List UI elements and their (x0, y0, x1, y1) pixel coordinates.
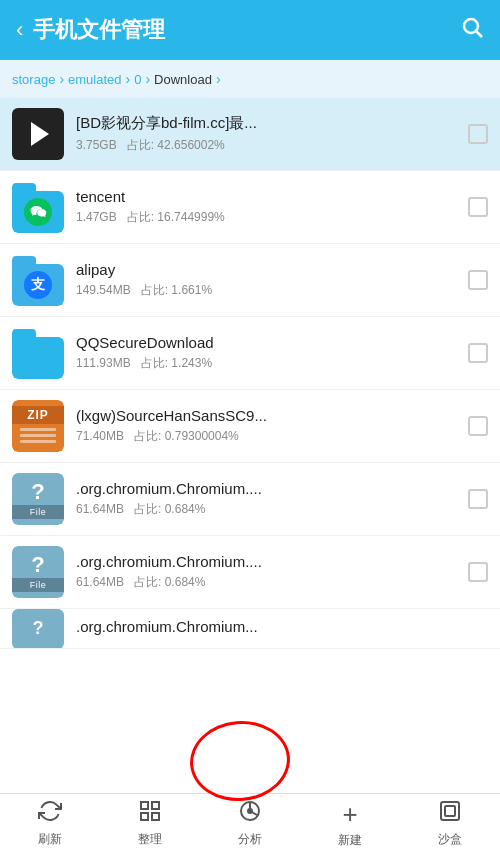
back-button[interactable]: ‹ (16, 17, 23, 43)
file-info: .org.chromium.Chromium... (76, 618, 488, 639)
file-checkbox[interactable] (468, 562, 488, 582)
list-item[interactable]: QQSecureDownload 111.93MB 占比: 1.243% (0, 317, 500, 390)
file-icon-generic: ? (12, 609, 64, 649)
nav-sandbox[interactable]: 沙盒 (400, 794, 500, 853)
list-item[interactable]: ZIP (lxgw)SourceHanSansSC9... 71.40MB 占比… (0, 390, 500, 463)
file-meta: 71.40MB 占比: 0.79300004% (76, 428, 458, 445)
file-name: .org.chromium.Chromium.... (76, 553, 458, 570)
file-checkbox[interactable] (468, 124, 488, 144)
file-checkbox[interactable] (468, 416, 488, 436)
svg-rect-5 (152, 813, 159, 820)
list-item[interactable]: tencent 1.47GB 占比: 16.744999% (0, 171, 500, 244)
svg-rect-8 (441, 802, 459, 820)
bottom-nav: 刷新 整理 分析 + 新建 (0, 793, 500, 853)
nav-new[interactable]: + 新建 (300, 794, 400, 853)
file-icon-folder: 支 (12, 254, 64, 306)
file-meta: 111.93MB 占比: 1.243% (76, 355, 458, 372)
file-name: (lxgw)SourceHanSansSC9... (76, 407, 458, 424)
nav-sandbox-label: 沙盒 (438, 831, 462, 848)
refresh-icon (38, 799, 62, 829)
file-meta: 149.54MB 占比: 1.661% (76, 282, 458, 299)
file-name: tencent (76, 188, 458, 205)
nav-analyze[interactable]: 分析 (200, 794, 300, 853)
list-item[interactable]: ? File .org.chromium.Chromium.... 61.64M… (0, 536, 500, 609)
file-checkbox[interactable] (468, 270, 488, 290)
file-icon-zip: ZIP (12, 400, 64, 452)
file-info: alipay 149.54MB 占比: 1.661% (76, 261, 458, 299)
breadcrumb-0[interactable]: 0 (134, 72, 141, 87)
file-icon-folder (12, 181, 64, 233)
file-name: alipay (76, 261, 458, 278)
breadcrumb: storage › emulated › 0 › Download › (0, 60, 500, 98)
file-meta: 61.64MB 占比: 0.684% (76, 574, 458, 591)
alipay-icon: 支 (24, 271, 52, 299)
page-title: 手机文件管理 (33, 15, 460, 45)
file-checkbox[interactable] (468, 343, 488, 363)
file-info: (lxgw)SourceHanSansSC9... 71.40MB 占比: 0.… (76, 407, 458, 445)
svg-point-7 (248, 809, 252, 813)
file-name: QQSecureDownload (76, 334, 458, 351)
file-list: [BD影视分享bd-film.cc]最... 3.75GB 占比: 42.656… (0, 98, 500, 793)
analyze-icon (238, 799, 262, 829)
new-icon: + (342, 799, 357, 830)
file-info: .org.chromium.Chromium.... 61.64MB 占比: 0… (76, 553, 458, 591)
file-icon-generic: ? File (12, 473, 64, 525)
file-icon-folder (12, 327, 64, 379)
file-info: tencent 1.47GB 占比: 16.744999% (76, 188, 458, 226)
list-item[interactable]: [BD影视分享bd-film.cc]最... 3.75GB 占比: 42.656… (0, 98, 500, 171)
breadcrumb-download[interactable]: Download (154, 72, 212, 87)
breadcrumb-emulated[interactable]: emulated (68, 72, 121, 87)
file-checkbox[interactable] (468, 197, 488, 217)
nav-refresh-label: 刷新 (38, 831, 62, 848)
file-meta: 3.75GB 占比: 42.656002% (76, 137, 458, 154)
search-button[interactable] (460, 15, 484, 45)
file-icon-video (12, 108, 64, 160)
svg-rect-4 (141, 813, 148, 820)
nav-refresh[interactable]: 刷新 (0, 794, 100, 853)
file-checkbox[interactable] (468, 489, 488, 509)
list-item[interactable]: ? File .org.chromium.Chromium.... 61.64M… (0, 463, 500, 536)
svg-point-0 (464, 19, 478, 33)
file-name: [BD影视分享bd-film.cc]最... (76, 114, 458, 133)
svg-rect-3 (152, 802, 159, 809)
organize-icon (138, 799, 162, 829)
file-info: .org.chromium.Chromium.... 61.64MB 占比: 0… (76, 480, 458, 518)
file-meta: 61.64MB 占比: 0.684% (76, 501, 458, 518)
nav-organize[interactable]: 整理 (100, 794, 200, 853)
nav-organize-label: 整理 (138, 831, 162, 848)
list-item[interactable]: ? .org.chromium.Chromium... (0, 609, 500, 649)
svg-rect-2 (141, 802, 148, 809)
file-meta: 1.47GB 占比: 16.744999% (76, 209, 458, 226)
header: ‹ 手机文件管理 (0, 0, 500, 60)
file-name: .org.chromium.Chromium... (76, 618, 488, 635)
list-item[interactable]: 支 alipay 149.54MB 占比: 1.661% (0, 244, 500, 317)
breadcrumb-storage[interactable]: storage (12, 72, 55, 87)
sandbox-icon (438, 799, 462, 829)
nav-analyze-label: 分析 (238, 831, 262, 848)
file-icon-generic: ? File (12, 546, 64, 598)
nav-new-label: 新建 (338, 832, 362, 849)
file-name: .org.chromium.Chromium.... (76, 480, 458, 497)
svg-rect-9 (445, 806, 455, 816)
wechat-icon (24, 198, 52, 226)
svg-line-1 (477, 32, 483, 38)
file-info: [BD影视分享bd-film.cc]最... 3.75GB 占比: 42.656… (76, 114, 458, 154)
file-info: QQSecureDownload 111.93MB 占比: 1.243% (76, 334, 458, 372)
